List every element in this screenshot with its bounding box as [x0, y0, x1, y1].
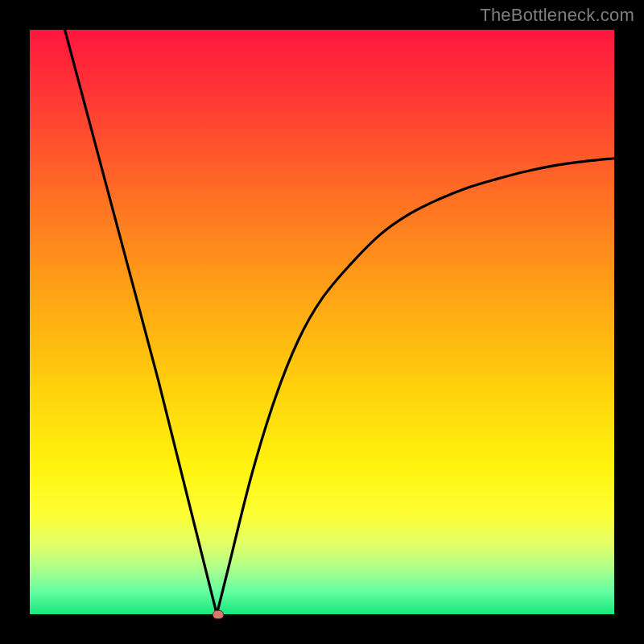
bottleneck-curve: [30, 30, 614, 614]
chart-frame: TheBottleneck.com: [0, 0, 644, 644]
minimum-marker: [213, 610, 224, 619]
watermark-text: TheBottleneck.com: [480, 5, 634, 26]
plot-area: [30, 30, 614, 614]
